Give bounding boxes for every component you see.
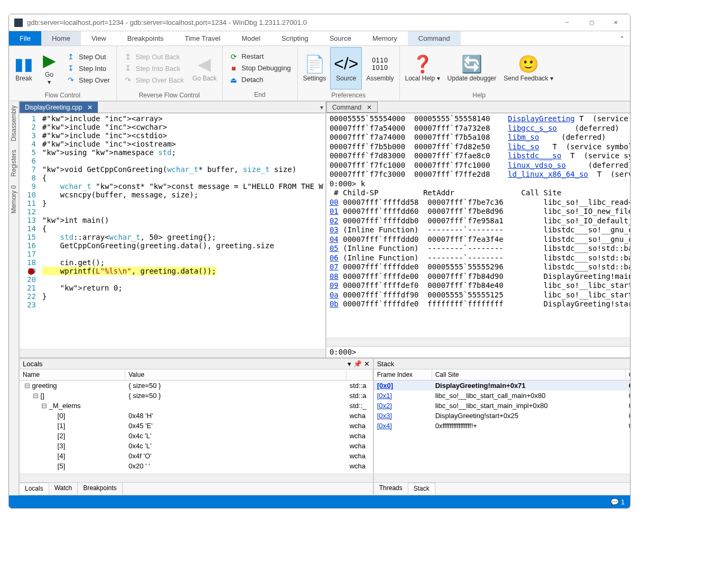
- command-prompt[interactable]: 0:000>: [326, 346, 631, 357]
- tab-threads[interactable]: Threads: [374, 483, 408, 495]
- maximize-button[interactable]: ▢: [579, 14, 604, 31]
- status-count: 1: [621, 498, 625, 506]
- ribbon: ▮▮Break ▶Go▾ ↥Step Out ↧Step Into ↷Step …: [9, 46, 630, 101]
- col-call-site[interactable]: Call Site: [432, 369, 626, 380]
- close-icon[interactable]: ✕: [364, 360, 370, 368]
- tab-stack[interactable]: Stack: [408, 483, 435, 495]
- close-icon[interactable]: ✕: [367, 104, 372, 111]
- menu-command[interactable]: Command: [408, 31, 461, 46]
- menu-home[interactable]: Home: [41, 31, 81, 46]
- window-title: gdb:server=localhost,port=1234 - gdb:ser…: [26, 19, 555, 26]
- panel-title: Stack: [377, 360, 395, 368]
- panel-title: Locals: [23, 360, 43, 368]
- go-back-icon: ◀: [198, 55, 211, 74]
- step-over-icon: ↷: [66, 76, 76, 84]
- col-child-sp[interactable]: Child-SP: [626, 369, 631, 380]
- pause-icon: ▮▮: [14, 55, 33, 74]
- stack-grid[interactable]: [0x0]DisplayGreeting!main+0x710x7fffffff…: [374, 381, 631, 474]
- command-panel: Command✕ ▾ 00005555`55554000 00005555`55…: [326, 101, 631, 358]
- locals-grid[interactable]: ⊟ greeting{ size=50 }std::a⊟ []{ size=50…: [20, 381, 373, 474]
- command-tab[interactable]: Command✕: [326, 102, 378, 113]
- locals-panel: Locals▾ 📌 ✕ Name Value ⊟ greeting{ size=…: [19, 358, 373, 495]
- send-feedback-button[interactable]: 🙂Send Feedback ▾: [500, 47, 556, 89]
- tab-watch[interactable]: Watch: [49, 483, 78, 495]
- menu-file[interactable]: File: [9, 31, 41, 46]
- ribbon-group-reverse: Reverse Flow Control: [117, 91, 222, 101]
- feedback-icon[interactable]: 💬: [610, 498, 619, 506]
- menu-time-travel[interactable]: Time Travel: [174, 31, 231, 46]
- step-into-back-button[interactable]: ↧Step Into Back: [121, 63, 186, 74]
- ribbon-group-help: Help: [400, 91, 559, 101]
- menubar: File Home View Breakpoints Time Travel M…: [9, 31, 630, 46]
- stack-panel: Stack▾ 📌 ✕ Frame Index Call Site Child-S…: [373, 358, 631, 495]
- go-back-button[interactable]: ◀Go Back: [189, 47, 220, 89]
- sidetab-disassembly[interactable]: Disassembly: [9, 103, 19, 143]
- detach-button[interactable]: ⏏Detach: [227, 75, 293, 85]
- status-bar: 💬 1: [9, 495, 630, 508]
- pin-icon[interactable]: 📌: [353, 360, 362, 368]
- minimize-button[interactable]: ─: [555, 14, 579, 31]
- col-name[interactable]: Name: [20, 369, 125, 380]
- settings-button[interactable]: 📄Settings: [300, 47, 329, 89]
- local-help-button[interactable]: ❓Local Help ▾: [402, 47, 443, 89]
- step-over-button[interactable]: ↷Step Over: [64, 75, 112, 85]
- step-out-button[interactable]: ↥Step Out: [64, 51, 112, 62]
- stop-debugging-button[interactable]: ■Stop Debugging: [227, 63, 293, 74]
- scrollbar[interactable]: [20, 349, 325, 357]
- break-button[interactable]: ▮▮Break: [11, 47, 36, 89]
- dropdown-icon[interactable]: ▾: [320, 104, 323, 111]
- code-editor[interactable]: 1234567891011121314151617181920212223#"k…: [20, 113, 325, 349]
- sidetab-registers[interactable]: Registers: [9, 148, 19, 179]
- collapse-ribbon-button[interactable]: ⌃: [614, 31, 630, 46]
- smile-icon: 🙂: [518, 55, 539, 74]
- restart-button[interactable]: ⟳Restart: [227, 51, 293, 62]
- menu-breakpoints[interactable]: Breakpoints: [117, 31, 175, 46]
- ribbon-group-end: End: [223, 90, 297, 101]
- menu-memory[interactable]: Memory: [362, 31, 408, 46]
- dropdown-icon[interactable]: ▾: [348, 360, 351, 368]
- step-into-back-icon: ↧: [123, 64, 133, 73]
- scrollbar[interactable]: [20, 474, 373, 482]
- source-panel: DisplayGreeting.cpp✕ ▾ 12345678910111213…: [19, 101, 326, 358]
- close-icon[interactable]: ✕: [87, 104, 93, 111]
- stop-icon: ■: [229, 64, 239, 73]
- tab-breakpoints[interactable]: Breakpoints: [78, 483, 122, 495]
- command-output[interactable]: 00005555`55554000 00005555`55558140 Disp…: [326, 113, 631, 338]
- menu-model[interactable]: Model: [231, 31, 271, 46]
- update-debugger-button[interactable]: 🔄Update debugger: [444, 47, 500, 89]
- menu-source[interactable]: Source: [319, 31, 362, 46]
- close-button[interactable]: ✕: [604, 14, 628, 31]
- source-icon: </>: [334, 55, 358, 74]
- source-mode-button[interactable]: </>Source: [330, 47, 362, 89]
- step-out-icon: ↥: [66, 52, 76, 61]
- scrollbar[interactable]: [326, 338, 631, 346]
- col-value[interactable]: Value: [125, 369, 346, 380]
- go-button[interactable]: ▶Go▾: [38, 47, 61, 89]
- play-icon: ▶: [43, 51, 56, 70]
- step-over-back-button[interactable]: ↷Step Over Back: [121, 75, 186, 85]
- assembly-mode-button[interactable]: 01101010Assembly: [363, 47, 397, 89]
- sidetab-memory[interactable]: Memory 0: [9, 183, 19, 215]
- scrollbar[interactable]: [374, 474, 631, 482]
- source-tab[interactable]: DisplayGreeting.cpp✕: [20, 102, 98, 113]
- col-frame-index[interactable]: Frame Index: [374, 369, 432, 380]
- ribbon-group-prefs: Preferences: [298, 91, 399, 101]
- restart-icon: ⟳: [229, 52, 239, 61]
- detach-icon: ⏏: [229, 76, 239, 84]
- step-out-back-button[interactable]: ↥Step Out Back: [121, 51, 186, 62]
- help-icon: ❓: [412, 55, 433, 74]
- tab-locals[interactable]: Locals: [20, 483, 49, 495]
- menu-scripting[interactable]: Scripting: [271, 31, 319, 46]
- titlebar: gdb:server=localhost,port=1234 - gdb:ser…: [9, 14, 630, 31]
- step-into-button[interactable]: ↧Step Into: [64, 63, 112, 74]
- ribbon-group-flow: Flow Control: [9, 91, 116, 101]
- side-tabs: Disassembly Registers Memory 0: [9, 101, 19, 495]
- menu-view[interactable]: View: [81, 31, 117, 46]
- settings-icon: 📄: [304, 55, 325, 74]
- app-icon: [14, 19, 23, 27]
- refresh-icon: 🔄: [461, 55, 482, 74]
- step-into-icon: ↧: [66, 64, 76, 73]
- step-out-back-icon: ↥: [123, 52, 133, 61]
- assembly-icon: 01101010: [372, 55, 388, 74]
- col-type[interactable]: [346, 369, 373, 380]
